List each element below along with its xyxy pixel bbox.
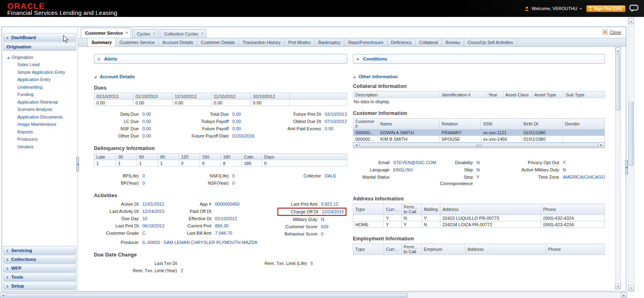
window-tab[interactable]: Collection Cycles × [160, 29, 206, 38]
delinquency-column-header: 180 [221, 154, 242, 160]
sub-tab[interactable]: Collateral [416, 38, 442, 46]
account-details-panel-header[interactable]: ◢ Account Details [94, 74, 347, 79]
customer-row[interactable]: 000000... EDWIN A SMITH PRIMARY xx-xxx-1… [353, 129, 605, 136]
field-row: Total Due0.00 [177, 110, 275, 118]
field-row: Future Payoff Date01/03/2016 [177, 132, 275, 140]
scroll-up-icon[interactable]: ▲ [628, 18, 634, 24]
sidebar-tree-item[interactable]: Simple Application Entry [7, 69, 76, 76]
close-button[interactable]: × Close [602, 29, 621, 35]
field-value: 0.00 [142, 133, 151, 139]
dues-value-row[interactable]: 0.00 0.00 0.00 0.00 0.00 [94, 100, 347, 106]
field-value: Y [477, 174, 479, 180]
alerts-panel-header[interactable]: ▶ Alerts [94, 54, 347, 64]
address-row[interactable]: HOME Y Y N 234234 LOIZA PR-00772 (000)-4… [353, 221, 605, 228]
page-horizontal-scrollbar[interactable]: ◀ ▶ [0, 292, 627, 298]
delinquency-value-row[interactable]: 1 1 1 1 0 0 8 180 0 [94, 160, 347, 167]
field-value: 0000000450 [215, 201, 240, 207]
scroll-up-icon[interactable]: ▲ [615, 48, 621, 53]
customer-table-hscrollbar[interactable]: ◀ ▶ [353, 142, 605, 148]
scroll-down-icon[interactable]: ▼ [628, 285, 634, 291]
sub-tab[interactable]: Deficiency [388, 38, 416, 46]
sidebar-tree-item[interactable]: Image Maintenance [7, 121, 76, 128]
window-tab[interactable]: Customer Service × [81, 28, 131, 38]
sidebar-section[interactable]: › Tools [3, 273, 76, 281]
sub-tab-label: Bankruptcy [318, 40, 340, 45]
sidebar-tree-item[interactable]: Sales Lead [7, 61, 76, 69]
field-row: Future Pmt Dt03/10/2013 [275, 110, 347, 118]
sidebar-item-dashboard[interactable]: › DashBoard [3, 33, 76, 42]
sidebar-tree-item[interactable]: Application Entry [7, 76, 76, 83]
field-value: 0 [232, 173, 235, 179]
sidebar-section[interactable]: › WFP [3, 264, 76, 272]
sub-tab[interactable]: Bureau [442, 38, 464, 46]
tree-root-origination[interactable]: ◢ Origination [7, 55, 76, 60]
dues-cell: 0.00 [212, 100, 251, 106]
tab-close-icon[interactable]: × [126, 31, 128, 35]
sidebar-tree-item[interactable]: Underwriting [7, 83, 76, 91]
field-row: App #0000000450 [177, 200, 277, 208]
address-row[interactable]: Y N Y 32423 LUQUILLO PR-00773 (000)-432-… [353, 215, 605, 221]
other-information-panel-header[interactable]: ◢ Other Information [353, 74, 605, 79]
collateral-column-header: Asset Type [532, 92, 564, 98]
sidebar-section[interactable]: › Collections [3, 255, 76, 263]
panel-splitter-handle[interactable]: ◀ [625, 160, 628, 175]
delinquency-column-header: Category [242, 154, 262, 160]
sub-tab[interactable]: Customer Details [197, 38, 239, 46]
field-row: LC Due0.00 [94, 118, 177, 125]
horizontal-scroll-thumb[interactable] [360, 143, 598, 148]
field-row: SkipN [436, 166, 509, 173]
field-value: 0.00 [142, 118, 151, 125]
user-menu[interactable]: Welcome, VEROUTHU ▼ [524, 6, 582, 11]
field-row: Customer Score639 [277, 223, 347, 230]
dues-cell: 0.00 [133, 100, 173, 106]
sub-tab[interactable]: Transaction History [239, 38, 284, 46]
field-value: 7,946.70 [215, 230, 232, 236]
customer-fields-col2: DisabilityNSkipNStop CorrespondenceY [436, 159, 509, 187]
address-column-header: Mailing [422, 204, 440, 215]
sidebar-tree-item[interactable]: Reports [7, 128, 76, 136]
page-vertical-scrollbar[interactable]: ▲ ▼ [628, 18, 634, 292]
sidebar-section[interactable]: › Servicing [3, 246, 76, 254]
welcome-label: Welcome, VEROUTHU [531, 6, 577, 11]
window-tab[interactable]: Cycles × [132, 29, 158, 38]
chevron-right-icon: › [6, 266, 8, 270]
conditions-panel-header[interactable]: ▶ Conditions [353, 54, 605, 64]
sub-tab[interactable]: Bankruptcy [315, 38, 344, 46]
scroll-right-icon[interactable]: ▶ [621, 293, 627, 298]
sidebar-tree-item[interactable]: Application Documents [7, 113, 76, 121]
sidebar-tree-item[interactable]: Producers [7, 135, 76, 143]
scroll-down-icon[interactable]: ▼ [615, 283, 621, 289]
sub-tab[interactable]: Cross/Up Sell Activities [464, 38, 517, 46]
customer-row[interactable]: 000000... KIM B SMITH SPOUSE xx-xxx-1456… [353, 136, 605, 142]
scroll-left-icon[interactable]: ◀ [0, 293, 6, 298]
tab-close-icon[interactable]: × [153, 32, 155, 36]
scroll-left-icon[interactable]: ◀ [353, 142, 359, 148]
user-icon [524, 6, 529, 11]
sub-tab[interactable]: Summary [88, 38, 116, 46]
sidebar-section[interactable]: › Setup [3, 281, 76, 290]
chat-bubble-icon[interactable] [629, 5, 638, 12]
scroll-right-icon[interactable]: ▶ [598, 142, 604, 148]
sidebar-tree-item[interactable]: Vendors [7, 143, 76, 151]
delinquency-table: Late 30 60 90 120 150 180 Category Days … [94, 153, 347, 167]
content-vertical-scrollbar[interactable]: ▲ ▼ [615, 47, 621, 290]
sidebar-splitter-handle[interactable]: ◀ [76, 157, 79, 171]
vertical-scroll-thumb[interactable] [629, 102, 634, 166]
sidebar-tree-item[interactable]: Scenario Analysis [7, 106, 76, 113]
sidebar-tree-item[interactable]: Application Retrieval [7, 98, 76, 106]
tab-close-icon[interactable]: × [201, 32, 204, 36]
sub-tab[interactable]: Account Details [159, 38, 197, 46]
field-label: Last Txn Dt [94, 260, 181, 267]
field-label: BP(Year) [94, 180, 142, 186]
sidebar-tree-item[interactable]: Funding [7, 91, 76, 98]
alerts-title: Alerts [104, 56, 117, 61]
sub-tab[interactable]: Repo/Foreclosure [344, 38, 387, 46]
field-row: Customer GradeC [94, 229, 177, 237]
vertical-scroll-thumb[interactable] [616, 54, 620, 110]
sub-tab[interactable]: Pmt Modes [285, 38, 315, 46]
sign-out-button[interactable]: Sign Out [QA] [586, 5, 625, 12]
customer-column-header: Gender [563, 119, 605, 129]
sidebar-item-origination[interactable]: Origination [3, 42, 76, 51]
sub-tab[interactable]: Customer Service [116, 38, 158, 46]
horizontal-scroll-thumb[interactable] [6, 293, 408, 298]
